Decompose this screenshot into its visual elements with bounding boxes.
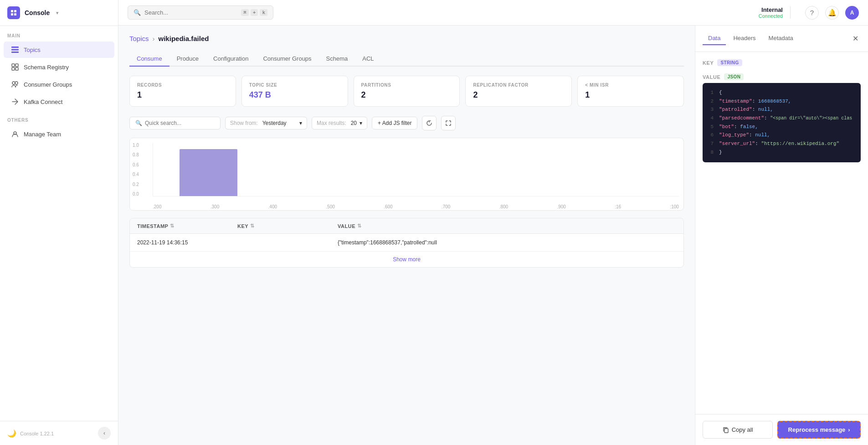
- chart-y-labels: 1.0 0.8 0.6 0.4 0.2 0.0: [130, 143, 142, 197]
- line-num-5: 5: [708, 123, 714, 131]
- search-input[interactable]: [144, 9, 237, 16]
- key-badge: STRING: [717, 59, 742, 66]
- max-results-chevron-icon: ▾: [360, 120, 362, 126]
- key-text: KEY: [703, 60, 714, 66]
- line-num-2: 2: [708, 97, 714, 106]
- sidebar: Console ▾ MAIN Topics Schema Registry Co…: [0, 0, 118, 445]
- panel-close-button[interactable]: ✕: [850, 33, 861, 44]
- svg-rect-14: [724, 429, 728, 433]
- notifications-button[interactable]: 🔔: [825, 6, 839, 20]
- code-block: 1 { 2 "timestamp": 1668868537, 3 "patrol…: [703, 83, 861, 162]
- sidebar-item-consumer-groups[interactable]: Consumer Groups: [4, 76, 114, 93]
- refresh-button[interactable]: [422, 116, 437, 130]
- reprocess-button[interactable]: Reprocess message ›: [777, 421, 861, 439]
- sidebar-item-schema-registry[interactable]: Schema Registry: [4, 59, 114, 75]
- search-box[interactable]: 🔍 ⌘ + k: [128, 5, 273, 20]
- kbd-key: k: [260, 9, 267, 16]
- app-chevron-icon[interactable]: ▾: [56, 10, 59, 16]
- x-label-1: .200: [153, 204, 161, 209]
- consume-toolbar: 🔍 Show from: Yesterday ▾ Max results: 20…: [129, 116, 684, 130]
- chart-x-labels: .200 .300 .400 .500 .600 .700 .800 .900 …: [153, 204, 679, 209]
- version-text: Console 1.22.1: [20, 431, 94, 436]
- search-icon: 🔍: [134, 9, 141, 16]
- value-text: VALUE: [703, 74, 720, 80]
- stat-records-value: 1: [137, 90, 228, 100]
- topic-tabs: Consume Produce Configuration Consumer G…: [129, 52, 684, 67]
- main-section-label: MAIN: [0, 26, 118, 41]
- svg-rect-10: [15, 67, 18, 70]
- th-key-label: Key: [237, 223, 248, 229]
- stat-replication-factor-label: REPLICATION FACTOR: [473, 83, 564, 88]
- y-label-2: 0.8: [133, 152, 139, 157]
- stat-topic-size-label: TOPIC SIZE: [249, 83, 340, 88]
- breadcrumb-separator: ›: [153, 35, 155, 42]
- x-label-8: .900: [557, 204, 565, 209]
- panel-tab-data[interactable]: Data: [703, 32, 726, 45]
- tab-schema[interactable]: Schema: [319, 52, 355, 67]
- kbd-plus: +: [251, 9, 258, 16]
- panel-tab-headers[interactable]: Headers: [728, 32, 761, 45]
- cluster-status: Connected: [759, 13, 783, 19]
- tab-configuration[interactable]: Configuration: [206, 52, 256, 67]
- app-logo[interactable]: [7, 6, 20, 19]
- code-brace-close: }: [719, 148, 722, 157]
- quick-search-icon: 🔍: [135, 120, 142, 126]
- svg-rect-1: [14, 10, 16, 12]
- panel-tab-metadata[interactable]: Metadata: [763, 32, 799, 45]
- help-button[interactable]: ?: [805, 6, 819, 20]
- dark-mode-icon[interactable]: 🌙: [7, 429, 16, 438]
- reprocess-arrow-icon: ›: [848, 426, 850, 433]
- refresh-icon: [426, 120, 432, 126]
- table-row[interactable]: 2022-11-19 14:36:15 {"timestamp":1668868…: [130, 234, 683, 252]
- sidebar-item-topics[interactable]: Topics: [4, 41, 114, 58]
- collapse-sidebar-button[interactable]: ‹: [98, 427, 111, 440]
- tab-produce[interactable]: Produce: [169, 52, 206, 67]
- tab-consumer-groups[interactable]: Consumer Groups: [256, 52, 318, 67]
- sidebar-item-kafka-connect[interactable]: Kafka Connect: [4, 93, 114, 110]
- code-line-4: 4 "parsedcomment": "<span dir=\"auto\"><…: [708, 114, 855, 123]
- breadcrumb: Topics › wikipedia.failed: [129, 35, 684, 42]
- quick-search-box[interactable]: 🔍: [129, 117, 221, 129]
- tab-acl[interactable]: ACL: [355, 52, 381, 67]
- tab-consume[interactable]: Consume: [129, 52, 169, 67]
- add-filter-button[interactable]: + Add JS filter: [372, 117, 417, 129]
- quick-search-input[interactable]: [145, 120, 213, 126]
- y-label-3: 0.6: [133, 162, 139, 167]
- show-more[interactable]: Show more: [130, 252, 683, 267]
- avatar[interactable]: A: [845, 6, 859, 20]
- schema-registry-icon: [11, 63, 19, 71]
- th-timestamp[interactable]: Timestamp ⇅: [130, 218, 230, 233]
- key-section: KEY STRING: [703, 59, 861, 66]
- td-timestamp: 2022-11-19 14:36:15: [130, 234, 230, 251]
- max-results-select[interactable]: Max results: 20 ▾: [312, 117, 367, 129]
- svg-rect-6: [11, 52, 19, 53]
- copy-all-button[interactable]: Copy all: [703, 421, 773, 439]
- sidebar-topics-label: Topics: [24, 47, 41, 53]
- svg-rect-3: [14, 13, 16, 16]
- expand-button[interactable]: [441, 116, 456, 130]
- sort-value-icon: ⇅: [357, 223, 362, 229]
- svg-point-11: [12, 82, 15, 84]
- x-label-7: .800: [499, 204, 508, 209]
- th-value[interactable]: Value ⇅: [330, 218, 683, 233]
- topic-content: Topics › wikipedia.failed Consume Produc…: [118, 26, 695, 445]
- show-from-select[interactable]: Show from: Yesterday ▾: [225, 117, 307, 129]
- sidebar-item-manage-team[interactable]: Manage Team: [4, 126, 114, 142]
- main-content: 🔍 ⌘ + k Internal Connected ? 🔔 A Topics …: [118, 0, 868, 445]
- copy-all-label: Copy all: [732, 426, 753, 433]
- copy-icon: [723, 427, 729, 433]
- max-results-label: Max results:: [317, 120, 346, 126]
- code-brace-open: {: [719, 88, 722, 97]
- sidebar-kafka-connect-label: Kafka Connect: [24, 98, 62, 105]
- svg-point-12: [15, 82, 18, 84]
- th-timestamp-label: Timestamp: [137, 223, 168, 229]
- stat-replication-factor-value: 2: [473, 90, 564, 100]
- sidebar-manage-team-label: Manage Team: [24, 131, 61, 138]
- panel-footer: Copy all Reprocess message ›: [695, 414, 868, 445]
- th-key[interactable]: Key ⇅: [230, 218, 330, 233]
- breadcrumb-parent[interactable]: Topics: [129, 35, 149, 42]
- cluster-name: Internal: [761, 6, 783, 13]
- line-num-1: 1: [708, 88, 714, 97]
- show-from-chevron-icon: ▾: [299, 120, 302, 126]
- sidebar-consumer-groups-label: Consumer Groups: [24, 81, 72, 88]
